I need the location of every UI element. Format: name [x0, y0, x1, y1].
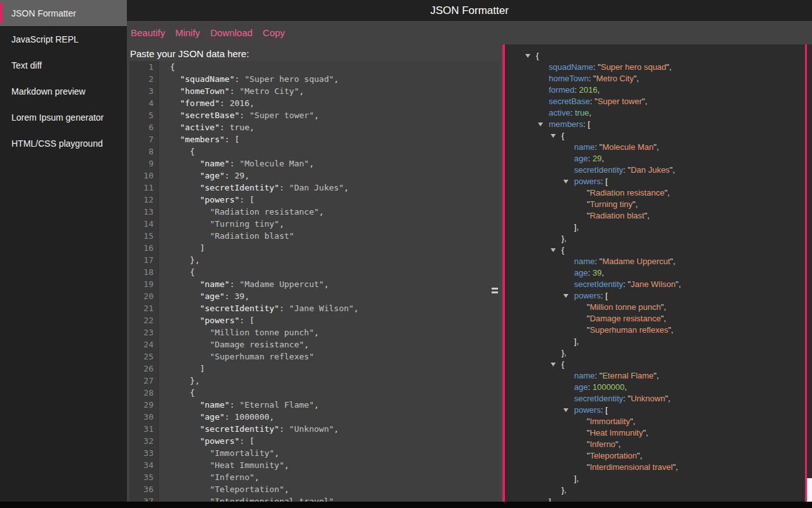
editor-line: "name": "Madame Uppercut",	[170, 278, 499, 290]
editor-line: "secretIdentity": "Jane Wilson",	[170, 302, 499, 314]
editor-line: "secretBase": "Super tower",	[170, 109, 499, 121]
editor-line: "Damage resistance",	[170, 338, 499, 351]
tree-line: {	[505, 130, 812, 142]
line-number: 11	[129, 182, 154, 194]
editor-line: {	[170, 387, 499, 399]
tree-line: "Heat Immunity",	[505, 427, 812, 439]
sidebar-item-lorem-ipsum-generator[interactable]: Lorem Ipsum generator	[0, 104, 127, 130]
tree-line: name: "Eternal Flame",	[505, 370, 812, 382]
tree-line: },	[505, 347, 812, 359]
editor-line: "name": "Eternal Flame",	[170, 399, 499, 411]
line-number: 36	[129, 483, 154, 495]
tree-line: "Immortality",	[505, 416, 812, 427]
line-number: 12	[129, 194, 154, 206]
line-number: 27	[129, 375, 154, 387]
line-number: 32	[129, 435, 154, 447]
collapse-arrow-icon[interactable]	[563, 294, 568, 298]
download-button[interactable]: Download	[209, 26, 253, 39]
line-number: 3	[129, 85, 154, 97]
collapse-arrow-icon[interactable]	[563, 408, 568, 412]
tree-line: powers: [	[505, 176, 812, 187]
collapse-arrow-icon[interactable]	[551, 134, 556, 138]
line-number: 26	[129, 363, 154, 375]
editor-line: {	[170, 266, 499, 278]
line-number: 15	[129, 230, 154, 242]
output-pane: {squadName: "Super hero squad",homeTown:…	[505, 44, 812, 502]
line-number: 19	[129, 278, 154, 290]
tree-line: powers: [	[505, 404, 812, 416]
tree-line: members: [	[505, 119, 812, 130]
tree-line: "Interdimensional travel",	[505, 462, 812, 473]
collapse-arrow-icon[interactable]	[538, 123, 543, 126]
line-number: 18	[129, 266, 154, 278]
editor-line: "Million tonne punch",	[170, 326, 499, 338]
tree-line: "Superhuman reflexes",	[505, 324, 812, 336]
tree-line: age: 29,	[505, 153, 812, 164]
editor-line: "Immortality",	[170, 447, 499, 459]
editor-line: "secretIdentity": "Unknown",	[170, 423, 499, 435]
tree-line: "Million tonne punch",	[505, 302, 812, 313]
line-number: 23	[129, 326, 154, 338]
panel-divider[interactable]	[502, 44, 505, 502]
line-number: 34	[129, 459, 154, 471]
editor-line: "age": 29,	[170, 170, 499, 182]
input-pane: Paste your JSON data here: 1234567891011…	[127, 44, 502, 502]
editor-line: "Interdimensional travel"	[170, 495, 499, 502]
line-number: 31	[129, 423, 154, 435]
sidebar-item-text-diff[interactable]: Text diff	[0, 52, 127, 78]
collapse-arrow-icon[interactable]	[551, 248, 556, 252]
tree-line: secretIdentity: "Unknown",	[505, 393, 812, 404]
editor-line: "members": [	[170, 133, 499, 145]
tree-line: {	[505, 50, 812, 62]
tree-line: name: "Molecule Man",	[505, 142, 812, 153]
beautify-button[interactable]: Beautify	[130, 26, 166, 39]
tree-scrollbar-thumb[interactable]	[807, 478, 812, 502]
tree-line: "Inferno",	[505, 439, 812, 450]
line-number: 16	[129, 242, 154, 254]
sidebar-item-label: HTML/CSS playground	[11, 138, 103, 149]
tree-line: "Teleportation",	[505, 450, 812, 462]
line-number: 21	[129, 302, 154, 314]
collapse-arrow-icon[interactable]	[563, 180, 568, 184]
editor-line: "age": 1000000,	[170, 411, 499, 423]
tree-line: {	[505, 359, 812, 370]
editor-line: "squadName": "Super hero squad",	[170, 73, 499, 85]
sidebar-item-label: JavaScript REPL	[11, 34, 79, 44]
bottom-bar	[0, 502, 812, 508]
json-input-editor[interactable]: { "squadName": "Super hero squad", "home…	[159, 61, 499, 502]
sidebar-item-label: Lorem Ipsum generator	[11, 112, 104, 123]
line-number: 9	[129, 157, 154, 170]
line-number: 20	[129, 290, 154, 302]
tree-line: "Radiation resistance",	[505, 187, 812, 199]
collapse-arrow-icon[interactable]	[525, 54, 530, 58]
line-number: 1	[129, 61, 154, 73]
editor-line: "Heat Immunity",	[170, 459, 499, 471]
editor-line: {	[170, 145, 499, 157]
editor-toolbar: BeautifyMinifyDownloadCopy	[127, 21, 812, 44]
line-number: 6	[129, 121, 154, 133]
tree-line: },	[505, 233, 812, 244]
copy-button[interactable]: Copy	[262, 26, 285, 39]
app-header: JSON Formatter	[127, 0, 812, 21]
minify-button[interactable]: Minify	[174, 26, 200, 39]
editor-line: "active": true,	[170, 121, 499, 133]
sidebar-item-label: JSON Formatter	[11, 8, 76, 18]
sidebar-item-html-css-playground[interactable]: HTML/CSS playground	[0, 130, 127, 156]
line-number: 10	[129, 170, 154, 182]
collapse-arrow-icon[interactable]	[551, 363, 556, 366]
sidebar-item-markdown-preview[interactable]: Markdown preview	[0, 78, 127, 104]
sidebar-item-javascript-repl[interactable]: JavaScript REPL	[0, 26, 127, 52]
editor-line: },	[170, 375, 499, 387]
tree-line: ],	[505, 473, 812, 485]
sidebar-item-json-formatter[interactable]: JSON Formatter	[0, 0, 127, 26]
line-number: 33	[129, 447, 154, 459]
tree-line: "Radiation blast",	[505, 210, 812, 222]
editor-line: "Superhuman reflexes"	[170, 351, 499, 363]
editor-scrollbar-thumb[interactable]	[492, 288, 498, 295]
sidebar: JSON FormatterJavaScript REPLText diffMa…	[0, 0, 127, 508]
line-number: 14	[129, 218, 154, 230]
line-number: 13	[129, 206, 154, 218]
code-editor: 1234567891011121314151617181920212223242…	[129, 61, 499, 502]
tree-scrollbar-track	[805, 44, 807, 502]
tree-line: secretIdentity: "Dan Jukes",	[505, 164, 812, 176]
